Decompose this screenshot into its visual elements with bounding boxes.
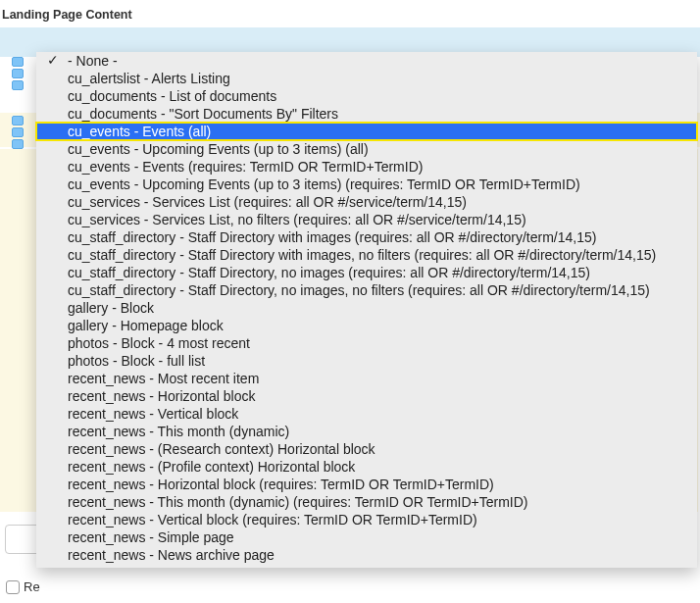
dropdown-option[interactable]: cu_events - Events (requires: TermID OR … (36, 158, 697, 176)
dropdown-option[interactable]: cu_staff_directory - Staff Directory, no… (36, 264, 697, 281)
drag-handle-icon[interactable] (12, 127, 24, 137)
dropdown-option[interactable]: cu_documents - List of documents (36, 87, 697, 105)
dropdown-option[interactable]: recent_news - Simple page (36, 528, 697, 546)
drag-handle-icon[interactable] (12, 116, 24, 126)
dropdown-option[interactable]: cu_documents - "Sort Documents By" Filte… (36, 105, 697, 123)
dropdown-option[interactable]: recent_news - Vertical block (requires: … (36, 511, 697, 528)
dropdown-option[interactable]: recent_news - Horizontal block (requires… (36, 476, 697, 493)
dropdown-option[interactable]: cu_staff_directory - Staff Directory wit… (36, 228, 697, 246)
drag-handle-icon[interactable] (12, 69, 24, 78)
dropdown-option[interactable]: recent_news - (Profile context) Horizont… (36, 458, 697, 476)
page-title: Landing Page Content (0, 0, 700, 29)
checkbox-label: Re (24, 579, 40, 594)
dropdown-option[interactable]: cu_services - Services List (requires: a… (36, 193, 697, 211)
checkbox-row: Re (6, 579, 40, 594)
dropdown-option[interactable]: cu_events - Upcoming Events (up to 3 ite… (36, 176, 697, 193)
dropdown-option[interactable]: cu_events - Events (all) (36, 123, 697, 140)
drag-handles-group-2 (12, 116, 24, 149)
dropdown-option[interactable]: cu_services - Services List, no filters … (36, 211, 697, 228)
dropdown-option[interactable]: recent_news - This month (dynamic) (requ… (36, 493, 697, 511)
dropdown-option[interactable]: cu_staff_directory - Staff Directory wit… (36, 246, 697, 264)
drag-handle-icon[interactable] (12, 139, 24, 149)
dropdown-option[interactable]: - None - (36, 52, 697, 70)
dropdown-option[interactable]: gallery - Homepage block (36, 317, 697, 334)
dropdown-option[interactable]: recent_news - News archive page (36, 546, 697, 564)
dropdown-option[interactable]: recent_news - Vertical block (36, 405, 697, 423)
view-select-dropdown[interactable]: - None -cu_alertslist - Alerts Listingcu… (36, 52, 697, 568)
dropdown-option[interactable]: recent_news - Most recent item (36, 370, 697, 387)
dropdown-option[interactable]: photos - Block - 4 most recent (36, 334, 697, 352)
drag-handles-group-1 (12, 57, 24, 90)
dropdown-option[interactable]: cu_events - Upcoming Events (up to 3 ite… (36, 140, 697, 158)
dropdown-option[interactable]: recent_news - (Research context) Horizon… (36, 440, 697, 458)
checkbox[interactable] (6, 580, 20, 594)
dropdown-option[interactable]: recent_news - This month (dynamic) (36, 423, 697, 440)
drag-handle-icon[interactable] (12, 57, 24, 67)
dropdown-option[interactable]: photos - Block - full list (36, 352, 697, 370)
dropdown-option[interactable]: cu_staff_directory - Staff Directory, no… (36, 281, 697, 299)
dropdown-option[interactable]: cu_alertslist - Alerts Listing (36, 70, 697, 87)
dropdown-option[interactable]: gallery - Block (36, 299, 697, 317)
drag-handle-icon[interactable] (12, 80, 24, 90)
dropdown-option[interactable]: recent_news - Horizontal block (36, 387, 697, 405)
